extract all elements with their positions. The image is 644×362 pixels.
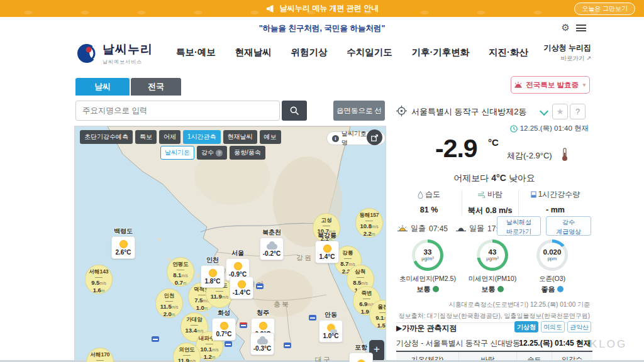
buoy-bubble[interactable]: 울진 9.1m/s 1.5m: [369, 300, 386, 329]
station-card[interactable]: 화성 0.7°C: [212, 309, 236, 341]
cloud-icon: [267, 244, 277, 250]
status-face-icon: [497, 286, 504, 292]
droplet-icon: [418, 191, 423, 199]
favorite-star-button[interactable]: ★: [552, 104, 568, 119]
search-input[interactable]: [75, 101, 280, 121]
nearby-station-time: 12.25.(목) 01:45 현재: [519, 338, 591, 349]
observation-time: 12.25.(목) 01:40 현재: [510, 124, 589, 133]
hamburger-menu-icon[interactable]: [576, 25, 586, 31]
help-button[interactable]: ?: [570, 104, 586, 119]
main-header: 날씨누리 날씨예보서비스 특보·예보 현재날씨 위험기상 수치일기도 기후·기후…: [0, 38, 644, 70]
nearby-station-button-1[interactable]: 기상청: [514, 321, 538, 332]
station-card[interactable]: -1.4°C: [230, 276, 253, 299]
kma-site-link[interactable]: 기상청 누리집 바로가기 ↗: [544, 43, 591, 63]
nearby-station-button-3[interactable]: 관악산: [567, 321, 591, 332]
sun-icon: [259, 322, 267, 330]
data-source-note: 정보출처: 대기질정보(한국환경공단), 일출일몰정보(한국천문연구원): [399, 312, 590, 321]
tab-national[interactable]: 전국: [131, 78, 181, 96]
pm25-status: 보통: [396, 285, 459, 294]
wind-stat: 바람 북서 0.8 m/s: [462, 189, 518, 216]
map-btn-forecast[interactable]: 예보: [260, 130, 281, 144]
nav-item-forecast[interactable]: 특보·예보: [176, 47, 216, 58]
partly-cloudy-icon: [327, 324, 335, 332]
air-measure-note: 시흥대로측정소(도로변대기) 12.25.(목) 01:00 기준: [449, 300, 590, 309]
weather-commentary-button[interactable]: 날씨해설바로가기: [497, 216, 541, 236]
buoy-bubble[interactable]: 연평도 8.1m/s 0.7m: [167, 257, 194, 287]
caret-down-icon: ▼: [582, 82, 587, 88]
current-location[interactable]: 서울특별시 동작구 신대방제2동: [411, 106, 526, 118]
map-btn-hourly-obs[interactable]: 1시간관측: [183, 130, 221, 144]
gear-icon[interactable]: ⚙: [562, 22, 570, 33]
national-alert-button[interactable]: 전국특보 발효중 ▼: [511, 76, 590, 94]
station-card[interactable]: 안동 1.0°C: [319, 310, 343, 343]
map-btn-wind[interactable]: 풍향/풍속: [230, 146, 265, 160]
tab-weather[interactable]: 날씨: [75, 78, 130, 96]
current-weather-panel: 전국특보 발효중 ▼ 서울특별시 동작구 신대방제2동 ★ ? 12.25.(목…: [396, 72, 592, 362]
nav-item-current[interactable]: 현재날씨: [235, 47, 272, 58]
thermometer-icon: [561, 148, 569, 162]
nav-item-earthquake[interactable]: 지진·화산: [489, 47, 528, 58]
logo-subtitle: 날씨예보서비스: [103, 58, 153, 65]
precip-grade-button[interactable]: 강수계급영상: [546, 216, 591, 236]
nearby-station-button-2[interactable]: 여의도: [541, 321, 565, 332]
map-btn-yesterday[interactable]: 어제: [159, 130, 180, 144]
main-nav: 특보·예보 현재날씨 위험기상 수치일기도 기후·기후변화 지진·화산: [176, 47, 528, 58]
station-card[interactable]: 인천 1.8°C: [201, 256, 225, 288]
share-arrow-icon: [371, 134, 379, 141]
station-card[interactable]: -0.3°C: [250, 332, 274, 355]
sunset-icon: [456, 225, 466, 232]
clock-icon: [510, 125, 518, 133]
nav-item-hazard[interactable]: 위험기상: [291, 47, 327, 58]
road-shield-icon: [152, 336, 159, 342]
map-btn-warning[interactable]: 특보: [135, 130, 157, 144]
map-btn-precip[interactable]: 강수?: [197, 146, 227, 160]
road-shield-icon: [225, 341, 232, 347]
map-btn-current[interactable]: 현재날씨: [223, 130, 257, 144]
humidity-stat: 습도 81 %: [396, 189, 462, 214]
buoy-bubble[interactable]: 서해143 9.5m/s 1.6m: [85, 265, 113, 294]
buoy-bubble[interactable]: 동해157 10.8m/s 2.2m: [355, 208, 383, 238]
nav-item-numeric[interactable]: 수치일기도: [347, 47, 392, 58]
location-crosshair-icon[interactable]: [396, 106, 407, 116]
region-label-chungbuk: 충북: [274, 300, 290, 309]
nearby-station-row: 기상청 - 서울특별시 동작구 신대방동 12.25.(목) 01:45 현재: [396, 338, 592, 349]
sun-icon: [238, 280, 246, 288]
district-select-button[interactable]: 읍면동으로 선택: [333, 101, 385, 121]
road-shield-icon: [240, 322, 247, 328]
nearby-stations-title: ▶가까운 관측지점: [396, 323, 457, 334]
nav-item-climate[interactable]: 기후·기후변화: [411, 47, 469, 58]
status-face-icon: [433, 286, 439, 292]
region-label-gangwon: 강원: [296, 253, 313, 263]
help-badge[interactable]: ?: [216, 150, 223, 156]
buoy-bubble[interactable]: 인천 11.5m/s 2.0m: [155, 288, 183, 318]
temperature-unit: °C: [488, 137, 499, 148]
banner-notice-text: 날씨누리 메뉴 개편 관련 안내: [280, 3, 379, 14]
partly-cloudy-icon: [357, 359, 365, 362]
status-face-icon: [557, 286, 564, 292]
rain-stat: 1시간강수량 - mm: [518, 189, 592, 214]
map-toolbar-row2: 날씨기온강수?풍향/풍속: [160, 146, 268, 160]
search-button[interactable]: [282, 101, 307, 121]
chevron-down-icon[interactable]: [540, 107, 548, 116]
station-card[interactable]: 포항: [349, 343, 373, 362]
map-btn-nowcast[interactable]: 초단기강수예측: [80, 130, 133, 144]
map-btn-weather-temp[interactable]: 날씨기온: [160, 146, 194, 160]
slogan-row: "하늘을 친구처럼, 국민을 하늘처럼" ⚙: [0, 17, 644, 38]
station-card[interactable]: 백령도 2.6°C: [111, 227, 135, 259]
station-card[interactable]: 북춘천 -0.2°C: [260, 228, 284, 260]
road-shield-icon: [256, 283, 264, 289]
expand-map-button[interactable]: [367, 129, 382, 145]
watermark: KLOG: [590, 338, 627, 351]
station-card[interactable]: 북강릉 1.4°C: [315, 231, 339, 263]
sun-icon: [234, 262, 242, 270]
map-toolbar-row1: 초단기강수예측특보어제1시간관측현재날씨예보: [80, 130, 284, 144]
sun-icon: [323, 244, 331, 253]
kma-logo-icon: [75, 42, 98, 65]
logo[interactable]: 날씨누리 날씨예보서비스: [75, 41, 153, 65]
notice-banner: 날씨누리 메뉴 개편 관련 안내 오늘은 그만보기: [0, 0, 644, 17]
banner-dismiss-button[interactable]: 오늘은 그만보기: [574, 3, 635, 15]
divider: [518, 190, 519, 216]
pm10-status: 보통: [461, 285, 524, 294]
weather-map[interactable]: 경기 강원 충북 대구 황해(서해) 서해143 9.5m/s 1.6m 연평도…: [74, 126, 386, 362]
road-shield-icon: [284, 343, 291, 348]
